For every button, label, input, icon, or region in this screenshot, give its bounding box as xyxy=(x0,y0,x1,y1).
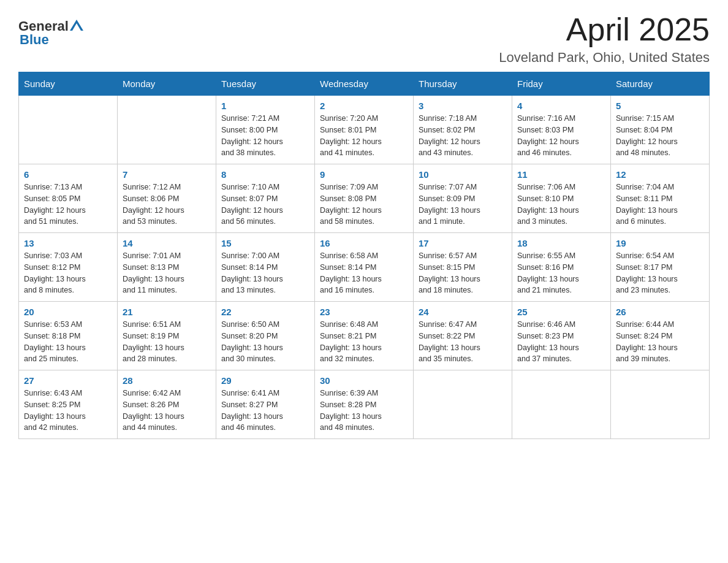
day-info: Sunrise: 6:51 AMSunset: 8:19 PMDaylight:… xyxy=(123,319,211,365)
table-row: 14Sunrise: 7:01 AMSunset: 8:13 PMDayligh… xyxy=(118,233,216,302)
table-row: 7Sunrise: 7:12 AMSunset: 8:06 PMDaylight… xyxy=(118,164,216,233)
day-info: Sunrise: 7:00 AMSunset: 8:14 PMDaylight:… xyxy=(221,250,309,296)
table-row: 8Sunrise: 7:10 AMSunset: 8:07 PMDaylight… xyxy=(216,164,315,233)
logo-blue-text: Blue xyxy=(20,32,49,48)
day-number: 24 xyxy=(419,307,507,317)
table-row: 27Sunrise: 6:43 AMSunset: 8:25 PMDayligh… xyxy=(19,370,118,439)
day-number: 2 xyxy=(320,101,408,111)
day-number: 6 xyxy=(24,169,112,180)
day-info: Sunrise: 7:07 AMSunset: 8:09 PMDaylight:… xyxy=(419,182,507,228)
table-row xyxy=(414,370,512,439)
col-thursday: Thursday xyxy=(414,72,512,96)
day-info: Sunrise: 7:06 AMSunset: 8:10 PMDaylight:… xyxy=(517,182,605,228)
table-row: 25Sunrise: 6:46 AMSunset: 8:23 PMDayligh… xyxy=(512,302,611,370)
day-number: 9 xyxy=(320,169,408,180)
table-row xyxy=(118,96,216,164)
day-info: Sunrise: 7:20 AMSunset: 8:01 PMDaylight:… xyxy=(320,113,408,159)
day-info: Sunrise: 7:04 AMSunset: 8:11 PMDaylight:… xyxy=(616,182,704,228)
day-info: Sunrise: 6:47 AMSunset: 8:22 PMDaylight:… xyxy=(419,319,507,365)
day-number: 26 xyxy=(616,307,704,317)
table-row: 18Sunrise: 6:55 AMSunset: 8:16 PMDayligh… xyxy=(512,233,611,302)
table-row: 6Sunrise: 7:13 AMSunset: 8:05 PMDaylight… xyxy=(19,164,118,233)
table-row: 17Sunrise: 6:57 AMSunset: 8:15 PMDayligh… xyxy=(414,233,512,302)
col-wednesday: Wednesday xyxy=(315,72,414,96)
table-row: 15Sunrise: 7:00 AMSunset: 8:14 PMDayligh… xyxy=(216,233,315,302)
day-number: 30 xyxy=(320,375,408,386)
day-number: 16 xyxy=(320,238,408,248)
day-number: 20 xyxy=(24,307,112,317)
table-row: 10Sunrise: 7:07 AMSunset: 8:09 PMDayligh… xyxy=(414,164,512,233)
day-info: Sunrise: 7:09 AMSunset: 8:08 PMDaylight:… xyxy=(320,182,408,228)
col-tuesday: Tuesday xyxy=(216,72,315,96)
table-row: 19Sunrise: 6:54 AMSunset: 8:17 PMDayligh… xyxy=(611,233,710,302)
day-number: 21 xyxy=(123,307,211,317)
day-number: 27 xyxy=(24,375,112,386)
calendar-header-row: Sunday Monday Tuesday Wednesday Thursday… xyxy=(19,72,710,96)
table-row xyxy=(512,370,611,439)
day-number: 14 xyxy=(123,238,211,248)
logo-triangle-icon xyxy=(70,18,83,32)
title-block: April 2025 Loveland Park, Ohio, United S… xyxy=(499,12,710,66)
day-info: Sunrise: 6:39 AMSunset: 8:28 PMDaylight:… xyxy=(320,388,408,434)
page-header: General Blue April 2025 Loveland Park, O… xyxy=(18,12,710,66)
day-info: Sunrise: 6:43 AMSunset: 8:25 PMDaylight:… xyxy=(24,388,112,434)
day-info: Sunrise: 7:21 AMSunset: 8:00 PMDaylight:… xyxy=(221,113,309,159)
day-number: 11 xyxy=(517,169,605,180)
day-number: 4 xyxy=(517,101,605,111)
day-number: 13 xyxy=(24,238,112,248)
day-info: Sunrise: 7:03 AMSunset: 8:12 PMDaylight:… xyxy=(24,250,112,296)
table-row: 30Sunrise: 6:39 AMSunset: 8:28 PMDayligh… xyxy=(315,370,414,439)
calendar-table: Sunday Monday Tuesday Wednesday Thursday… xyxy=(18,72,710,439)
table-row: 2Sunrise: 7:20 AMSunset: 8:01 PMDaylight… xyxy=(315,96,414,164)
day-number: 22 xyxy=(221,307,309,317)
day-number: 15 xyxy=(221,238,309,248)
day-number: 25 xyxy=(517,307,605,317)
day-number: 28 xyxy=(123,375,211,386)
day-number: 23 xyxy=(320,307,408,317)
table-row: 13Sunrise: 7:03 AMSunset: 8:12 PMDayligh… xyxy=(19,233,118,302)
table-row: 28Sunrise: 6:42 AMSunset: 8:26 PMDayligh… xyxy=(118,370,216,439)
day-number: 17 xyxy=(419,238,507,248)
day-info: Sunrise: 6:58 AMSunset: 8:14 PMDaylight:… xyxy=(320,250,408,296)
day-info: Sunrise: 6:50 AMSunset: 8:20 PMDaylight:… xyxy=(221,319,309,365)
day-number: 7 xyxy=(123,169,211,180)
table-row: 4Sunrise: 7:16 AMSunset: 8:03 PMDaylight… xyxy=(512,96,611,164)
day-info: Sunrise: 6:42 AMSunset: 8:26 PMDaylight:… xyxy=(123,388,211,434)
day-info: Sunrise: 7:01 AMSunset: 8:13 PMDaylight:… xyxy=(123,250,211,296)
calendar-week-row: 27Sunrise: 6:43 AMSunset: 8:25 PMDayligh… xyxy=(19,370,710,439)
table-row xyxy=(611,370,710,439)
logo: General Blue xyxy=(18,18,83,48)
page-title: April 2025 xyxy=(499,12,710,47)
day-number: 12 xyxy=(616,169,704,180)
day-info: Sunrise: 7:13 AMSunset: 8:05 PMDaylight:… xyxy=(24,182,112,228)
day-info: Sunrise: 6:48 AMSunset: 8:21 PMDaylight:… xyxy=(320,319,408,365)
calendar-week-row: 6Sunrise: 7:13 AMSunset: 8:05 PMDaylight… xyxy=(19,164,710,233)
day-info: Sunrise: 6:55 AMSunset: 8:16 PMDaylight:… xyxy=(517,250,605,296)
table-row: 1Sunrise: 7:21 AMSunset: 8:00 PMDaylight… xyxy=(216,96,315,164)
col-saturday: Saturday xyxy=(611,72,710,96)
day-info: Sunrise: 6:53 AMSunset: 8:18 PMDaylight:… xyxy=(24,319,112,365)
col-monday: Monday xyxy=(118,72,216,96)
table-row: 29Sunrise: 6:41 AMSunset: 8:27 PMDayligh… xyxy=(216,370,315,439)
day-number: 1 xyxy=(221,101,309,111)
table-row xyxy=(19,96,118,164)
col-sunday: Sunday xyxy=(19,72,118,96)
table-row: 3Sunrise: 7:18 AMSunset: 8:02 PMDaylight… xyxy=(414,96,512,164)
table-row: 16Sunrise: 6:58 AMSunset: 8:14 PMDayligh… xyxy=(315,233,414,302)
table-row: 12Sunrise: 7:04 AMSunset: 8:11 PMDayligh… xyxy=(611,164,710,233)
day-info: Sunrise: 6:41 AMSunset: 8:27 PMDaylight:… xyxy=(221,388,309,434)
calendar-week-row: 13Sunrise: 7:03 AMSunset: 8:12 PMDayligh… xyxy=(19,233,710,302)
day-info: Sunrise: 6:54 AMSunset: 8:17 PMDaylight:… xyxy=(616,250,704,296)
day-info: Sunrise: 6:44 AMSunset: 8:24 PMDaylight:… xyxy=(616,319,704,365)
calendar-week-row: 20Sunrise: 6:53 AMSunset: 8:18 PMDayligh… xyxy=(19,302,710,370)
col-friday: Friday xyxy=(512,72,611,96)
day-info: Sunrise: 6:46 AMSunset: 8:23 PMDaylight:… xyxy=(517,319,605,365)
day-info: Sunrise: 6:57 AMSunset: 8:15 PMDaylight:… xyxy=(419,250,507,296)
table-row: 21Sunrise: 6:51 AMSunset: 8:19 PMDayligh… xyxy=(118,302,216,370)
table-row: 22Sunrise: 6:50 AMSunset: 8:20 PMDayligh… xyxy=(216,302,315,370)
day-number: 8 xyxy=(221,169,309,180)
page-subtitle: Loveland Park, Ohio, United States xyxy=(499,50,710,66)
day-number: 5 xyxy=(616,101,704,111)
day-number: 10 xyxy=(419,169,507,180)
table-row: 9Sunrise: 7:09 AMSunset: 8:08 PMDaylight… xyxy=(315,164,414,233)
